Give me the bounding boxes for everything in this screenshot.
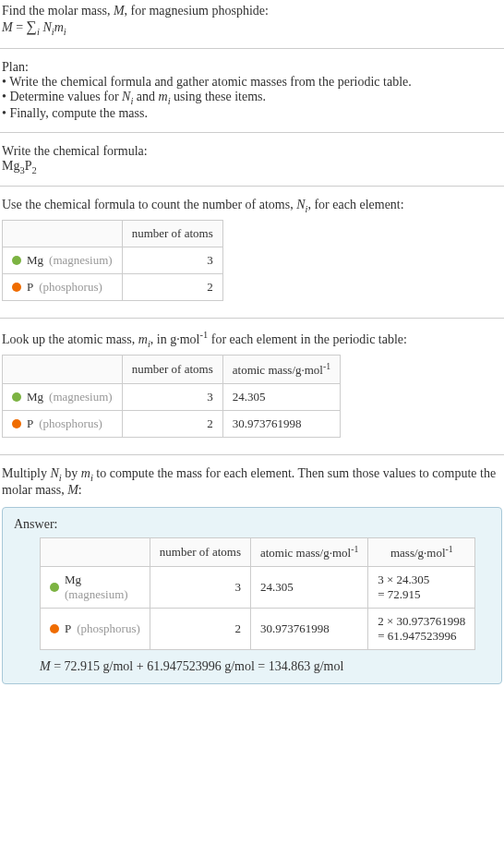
dot-icon-mg: [12, 392, 21, 402]
final-var-m: M: [40, 659, 51, 673]
atomic-mass-heading: Look up the atomic mass, mi, in g·mol-1 …: [2, 330, 502, 348]
intro-line1: Find the molar mass, M, for magnesium ph…: [2, 4, 502, 18]
answer-table: number of atoms atomic mass/g·mol-1 mass…: [40, 537, 475, 650]
mass-header-sup: -1: [323, 361, 330, 371]
mass-header-sup: -1: [446, 544, 453, 554]
count-text-b: , for each element:: [307, 198, 403, 211]
element-cell-p: P (phosphorus): [3, 274, 123, 301]
chemical-formula: Mg3P2: [2, 159, 502, 175]
atoms-header: number of atoms: [150, 537, 250, 566]
mult-text-d: :: [78, 483, 82, 497]
plan-item-3: • Finally, compute the mass.: [2, 106, 502, 121]
table-header-row: number of atoms atomic mass/g·mol-1 mass…: [41, 537, 475, 566]
atoms-value: 2: [150, 609, 250, 650]
write-formula-heading: Write the chemical formula:: [2, 144, 502, 159]
count-atoms-heading: Use the chemical formula to count the nu…: [2, 198, 502, 214]
final-result: M = 72.915 g/mol + 61.947523996 g/mol = …: [40, 659, 490, 674]
element-symbol: Mg: [27, 253, 43, 268]
sigma-icon: ∑: [27, 18, 37, 34]
amass-header: atomic mass/g·mol-1: [250, 537, 367, 566]
divider: [0, 454, 504, 455]
intro-text-b: , for magnesium phosphide:: [125, 4, 269, 18]
table-row: Mg(magnesium) 3 24.305 3 × 24.305= 72.91…: [41, 567, 475, 609]
mass-value: 24.305: [222, 383, 340, 410]
count-atoms-block: Use the chemical formula to count the nu…: [0, 194, 504, 310]
mult-var-m: M: [67, 483, 78, 497]
element-name: (magnesium): [65, 587, 128, 601]
amass-value: 24.305: [250, 567, 367, 609]
table-header-row: number of atoms: [3, 221, 223, 247]
formula-mg: Mg: [2, 159, 19, 173]
element-name: (phosphorus): [77, 621, 140, 636]
calc-expr: 3 × 24.305: [378, 573, 429, 586]
element-symbol: P: [27, 416, 33, 431]
plan-heading: Plan:: [2, 60, 502, 75]
mass-calc: 3 × 24.305= 72.915: [368, 567, 475, 609]
multiply-block: Multiply Ni by mi to compute the mass fo…: [0, 463, 504, 501]
count-text-a: Use the chemical formula to count the nu…: [2, 198, 296, 211]
atoms-value: 2: [122, 410, 222, 437]
amass-var-mi: mi: [138, 332, 150, 346]
atoms-table: number of atoms Mg (magnesium) 3 P (phos…: [2, 220, 223, 301]
answer-label: Answer:: [14, 517, 490, 532]
element-cell-p: P (phosphorus): [3, 410, 123, 437]
amass-text-c: for each element in the periodic table:: [208, 332, 407, 346]
empty-header: [3, 221, 123, 247]
amass-text-a: Look up the atomic mass,: [2, 332, 138, 346]
answer-content: number of atoms atomic mass/g·mol-1 mass…: [40, 537, 490, 674]
calc-expr: 2 × 30.973761998: [378, 614, 465, 628]
element-symbol: Mg: [65, 573, 81, 586]
table-row: P (phosphorus) 2 30.973761998: [3, 410, 341, 437]
amass-text-b: , in g·mol: [150, 332, 200, 346]
mass-header: mass/g·mol-1: [368, 537, 475, 566]
formula-sub-2: 2: [32, 164, 37, 175]
plan-block: Plan: • Write the chemical formula and g…: [0, 56, 504, 125]
answer-box: Answer: number of atoms atomic mass/g·mo…: [2, 507, 502, 684]
atoms-value: 3: [122, 383, 222, 410]
mass-header-text: mass/g·mol: [390, 546, 446, 560]
intro-block: Find the molar mass, M, for magnesium ph…: [0, 0, 504, 41]
atoms-header: number of atoms: [122, 221, 222, 247]
divider: [0, 132, 504, 133]
amass-sup: -1: [199, 330, 208, 340]
intro-equation: M = ∑i Nimi: [2, 18, 502, 37]
table-row: P (phosphorus) 2: [3, 274, 223, 301]
dot-icon-p: [12, 419, 21, 428]
intro-text-a: Find the molar mass,: [2, 4, 114, 18]
final-text: = 72.915 g/mol + 61.947523996 g/mol = 13…: [54, 659, 343, 673]
plan-item-2: • Determine values for Ni and mi using t…: [2, 90, 502, 106]
mult-text-b: by: [62, 466, 81, 480]
element-cell-mg: Mg(magnesium): [41, 567, 150, 609]
amass-value: 30.973761998: [250, 609, 367, 650]
multiply-heading: Multiply Ni by mi to compute the mass fo…: [2, 466, 502, 498]
write-formula-block: Write the chemical formula: Mg3P2: [0, 140, 504, 179]
element-name: (phosphorus): [39, 416, 102, 431]
dot-icon-p: [50, 624, 59, 633]
empty-header: [3, 355, 123, 383]
mult-var-ni: Ni: [51, 466, 62, 480]
dot-icon-p: [12, 283, 21, 292]
dot-icon-mg: [12, 256, 21, 265]
plan-item-1: • Write the chemical formula and gather …: [2, 75, 502, 90]
table-row: P (phosphorus) 2 30.973761998 2 × 30.973…: [41, 609, 475, 650]
element-symbol: P: [65, 621, 71, 636]
count-var-ni: Ni: [296, 198, 307, 211]
mult-var-mi: mi: [81, 466, 93, 480]
mass-header-text: atomic mass/g·mol: [233, 363, 323, 377]
table-header-row: number of atoms atomic mass/g·mol-1: [3, 355, 341, 383]
element-cell-p: P (phosphorus): [41, 609, 150, 650]
atoms-header: number of atoms: [122, 355, 222, 383]
eq-m: M: [2, 20, 13, 34]
element-name: (phosphorus): [39, 280, 102, 295]
atoms-value: 3: [122, 247, 222, 274]
divider: [0, 186, 504, 187]
amass-header-sup: -1: [351, 544, 358, 554]
atomic-mass-table: number of atoms atomic mass/g·mol-1 Mg (…: [2, 355, 341, 438]
element-cell-mg: Mg (magnesium): [3, 247, 123, 274]
mult-text-a: Multiply: [2, 466, 51, 480]
element-name: (magnesium): [49, 253, 113, 268]
mass-header: atomic mass/g·mol-1: [222, 355, 340, 383]
amass-header-text: atomic mass/g·mol: [260, 546, 351, 560]
calc-result: = 72.915: [378, 587, 420, 601]
table-row: Mg (magnesium) 3 24.305: [3, 383, 341, 410]
